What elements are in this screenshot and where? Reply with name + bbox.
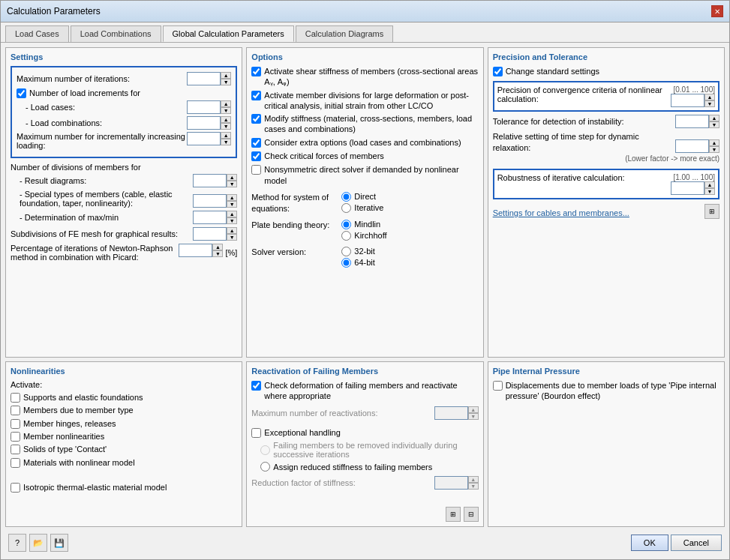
picard-field[interactable]: 5 [179, 244, 212, 257]
fe-mesh-down[interactable]: ▼ [227, 234, 237, 241]
supports-check[interactable] [11, 393, 20, 403]
convergence-up[interactable]: ▲ [704, 94, 715, 100]
load-combinations-up[interactable]: ▲ [221, 116, 231, 123]
dynamic-up[interactable]: ▲ [709, 139, 719, 146]
cancel-button[interactable]: Cancel [671, 535, 722, 551]
hinges-row: Member hinges, releases [11, 418, 237, 429]
fe-mesh-up[interactable]: ▲ [227, 227, 237, 234]
members-type-check[interactable] [11, 406, 20, 415]
picard-down[interactable]: ▼ [212, 250, 223, 257]
result-diagrams-up[interactable]: ▲ [227, 174, 237, 181]
failing-remove-radio[interactable] [260, 445, 270, 455]
robustness-field[interactable]: 1.00 [671, 181, 704, 195]
cables-link[interactable]: Settings for cables and membranes... [493, 208, 629, 217]
load-cases-field[interactable]: 1 [187, 100, 221, 114]
dynamic-down[interactable]: ▼ [709, 146, 719, 153]
load-combinations-field[interactable]: 1 [187, 116, 221, 130]
ok-button[interactable]: OK [631, 535, 668, 551]
max-reactivations-up[interactable]: ▲ [468, 406, 479, 413]
member-divisions-check[interactable] [251, 91, 261, 100]
load-increments-label: Number of load increments for [29, 88, 140, 98]
reactivation-panel: Reactivation of Failing Members Check de… [246, 361, 483, 527]
dynamic-field[interactable]: 1.00 [675, 139, 709, 153]
fe-mesh-row: Subdivisions of FE mesh for graphical re… [11, 227, 237, 241]
max-min-down[interactable]: ▼ [227, 217, 237, 224]
instability-up[interactable]: ▲ [709, 115, 719, 121]
mindlin-radio[interactable] [341, 220, 351, 229]
instability-input: 1.00 ▲ ▼ [675, 115, 719, 128]
tab-load-combinations[interactable]: Load Combinations [71, 25, 161, 42]
grid-icon[interactable]: ⊞ [704, 204, 719, 219]
reduction-down[interactable]: ▼ [468, 483, 479, 490]
result-diagrams-field[interactable]: 10 [193, 174, 227, 187]
kirchhoff-radio[interactable] [341, 231, 351, 241]
method-direct-radio[interactable] [341, 192, 351, 202]
tab-calc-diagrams[interactable]: Calculation Diagrams [296, 25, 394, 42]
instability-label: Tolerance for detection of instability: [493, 116, 675, 127]
extra-options-check[interactable] [251, 138, 261, 148]
reactivation-icon2[interactable]: ⊟ [464, 507, 479, 522]
special-types-row: - Special types of members (cable, elast… [20, 190, 237, 208]
check-critical-check[interactable] [251, 151, 261, 161]
max-incremental-field[interactable]: 1000 [187, 132, 221, 145]
convergence-down[interactable]: ▼ [704, 100, 715, 107]
check-deformation-check[interactable] [251, 381, 261, 391]
convergence-field[interactable]: 1.00 [671, 94, 704, 107]
shear-stiffness-label: Activate shear stiffness of members (cro… [264, 66, 478, 88]
max-min-up[interactable]: ▲ [227, 211, 237, 217]
max-reactivations-down[interactable]: ▼ [468, 413, 479, 420]
solids-contact-check[interactable] [11, 445, 20, 454]
instability-down[interactable]: ▼ [709, 121, 719, 128]
max-incremental-up[interactable]: ▲ [221, 132, 231, 139]
max-iterations-field[interactable]: 100 [187, 72, 221, 85]
load-cases-up[interactable]: ▲ [221, 100, 231, 107]
method-iterative-radio[interactable] [341, 203, 351, 213]
modify-stiffness-check[interactable] [251, 114, 261, 124]
reduction-field[interactable]: 1000 [434, 476, 468, 490]
isotropic-check[interactable] [11, 483, 20, 493]
reactivation-icon1[interactable]: ⊞ [446, 507, 461, 522]
tab-global-calc[interactable]: Global Calculation Parameters [163, 25, 294, 42]
pipe-check[interactable] [493, 381, 503, 391]
max-min-field[interactable]: 10 [193, 211, 227, 224]
change-standard-check[interactable] [493, 67, 503, 76]
assign-reduced-radio[interactable] [260, 462, 270, 472]
load-cases-down[interactable]: ▼ [221, 107, 231, 114]
special-types-field[interactable]: 10 [193, 194, 227, 208]
max-reactivations-field[interactable]: 3 [434, 406, 468, 420]
max-incremental-down[interactable]: ▼ [221, 139, 231, 145]
solver-32-radio[interactable] [341, 247, 351, 256]
load-cases-label: - Load cases: [26, 103, 187, 112]
max-iterations-up[interactable]: ▲ [221, 72, 231, 79]
close-button[interactable]: ✕ [711, 5, 723, 17]
member-nonlinear-label: Member nonlinearities [23, 431, 104, 442]
solver-64-radio[interactable] [341, 258, 351, 268]
instability-spinners: ▲ ▼ [709, 115, 719, 128]
max-iterations-label: Maximum number of iterations: [17, 74, 187, 83]
robustness-down[interactable]: ▼ [704, 188, 715, 195]
assign-reduced-label: Assign reduced stiffness to failing memb… [273, 463, 432, 472]
save-icon-btn[interactable]: 💾 [50, 534, 68, 552]
result-diagrams-down[interactable]: ▼ [227, 181, 237, 187]
picard-up[interactable]: ▲ [212, 244, 223, 250]
reduction-up[interactable]: ▲ [468, 476, 479, 483]
materials-nonlinear-check[interactable] [11, 458, 20, 468]
special-types-up[interactable]: ▲ [227, 194, 237, 201]
exceptional-check[interactable] [251, 428, 261, 438]
instability-field[interactable]: 1.00 [675, 115, 709, 128]
max-iterations-down[interactable]: ▼ [221, 79, 231, 85]
load-combinations-down[interactable]: ▼ [221, 123, 231, 130]
tab-load-cases[interactable]: Load Cases [5, 25, 69, 42]
member-nonlinear-check[interactable] [11, 432, 20, 442]
dynamic-spinners: ▲ ▼ [709, 139, 719, 153]
dynamic-label: Relative setting of time step for dynami… [493, 131, 675, 153]
load-increments-check[interactable] [17, 88, 26, 98]
hinges-check[interactable] [11, 419, 20, 429]
fe-mesh-field[interactable]: 3 [193, 227, 227, 241]
open-icon-btn[interactable]: 📂 [29, 534, 47, 552]
help-icon-btn[interactable]: ? [8, 534, 26, 552]
robustness-up[interactable]: ▲ [704, 181, 715, 188]
nonsymmetric-check[interactable] [251, 165, 261, 175]
special-types-down[interactable]: ▼ [227, 201, 237, 208]
shear-stiffness-check[interactable] [251, 67, 261, 76]
